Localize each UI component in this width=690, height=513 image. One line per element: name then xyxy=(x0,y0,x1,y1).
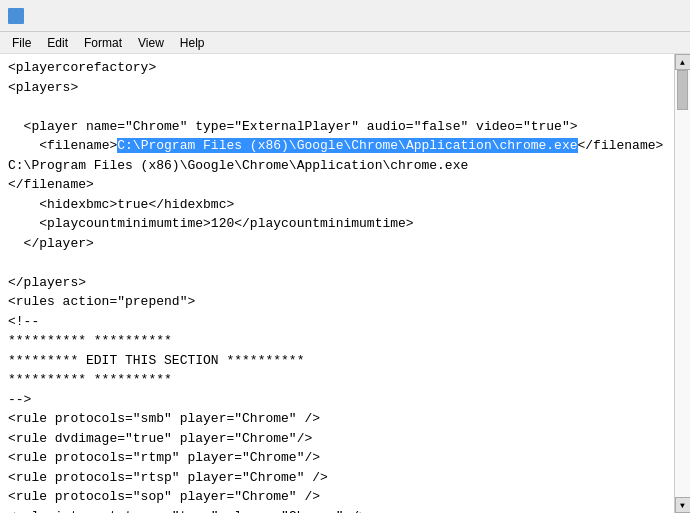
scrollbar-up-button[interactable]: ▲ xyxy=(675,54,691,70)
menu-edit[interactable]: Edit xyxy=(39,32,76,54)
text-line xyxy=(8,97,666,117)
minimize-button[interactable] xyxy=(544,0,590,32)
menu-file[interactable]: File xyxy=(4,32,39,54)
text-line: ********** ********** xyxy=(8,331,666,351)
window-controls xyxy=(544,0,682,32)
text-line: <rule protocols="sop" player="Chrome" /> xyxy=(8,487,666,507)
text-line: <players> xyxy=(8,78,666,98)
text-line: <!-- xyxy=(8,312,666,332)
text-line: <hidexbmc>true</hidexbmc> xyxy=(8,195,666,215)
title-bar-left xyxy=(8,8,30,24)
menu-view[interactable]: View xyxy=(130,32,172,54)
text-line xyxy=(8,253,666,273)
text-editor[interactable]: <playercorefactory><players> <player nam… xyxy=(0,54,674,513)
text-line: <playercorefactory> xyxy=(8,58,666,78)
text-line: <rule internetstream="true" player="Chro… xyxy=(8,507,666,514)
text-line: </player> xyxy=(8,234,666,254)
close-button[interactable] xyxy=(636,0,682,32)
text-line: <rule protocols="rtsp" player="Chrome" /… xyxy=(8,468,666,488)
text-line: --> xyxy=(8,390,666,410)
text-line: C:\Program Files (x86)\Google\Chrome\App… xyxy=(8,156,666,176)
maximize-button[interactable] xyxy=(590,0,636,32)
title-bar xyxy=(0,0,690,32)
scrollbar[interactable]: ▲ ▼ xyxy=(674,54,690,513)
text-line: <rule protocols="rtmp" player="Chrome"/> xyxy=(8,448,666,468)
content-wrapper: <playercorefactory><players> <player nam… xyxy=(0,54,690,513)
menu-format[interactable]: Format xyxy=(76,32,130,54)
selected-text: C:\Program Files (x86)\Google\Chrome\App… xyxy=(117,138,577,153)
text-line: ********* EDIT THIS SECTION ********** xyxy=(8,351,666,371)
menu-bar: File Edit Format View Help xyxy=(0,32,690,54)
app-icon xyxy=(8,8,24,24)
text-line: <rule dvdimage="true" player="Chrome"/> xyxy=(8,429,666,449)
menu-help[interactable]: Help xyxy=(172,32,213,54)
text-line: ********** ********** xyxy=(8,370,666,390)
text-line: <filename>C:\Program Files (x86)\Google\… xyxy=(8,136,666,156)
text-line: <playcountminimumtime>120</playcountmini… xyxy=(8,214,666,234)
text-line: <player name="Chrome" type="ExternalPlay… xyxy=(8,117,666,137)
text-line: <rule protocols="smb" player="Chrome" /> xyxy=(8,409,666,429)
scrollbar-thumb[interactable] xyxy=(677,70,688,110)
text-line: </filename> xyxy=(8,175,666,195)
text-line: </players> xyxy=(8,273,666,293)
text-line: <rules action="prepend"> xyxy=(8,292,666,312)
scrollbar-down-button[interactable]: ▼ xyxy=(675,497,691,513)
scrollbar-track xyxy=(675,70,690,497)
